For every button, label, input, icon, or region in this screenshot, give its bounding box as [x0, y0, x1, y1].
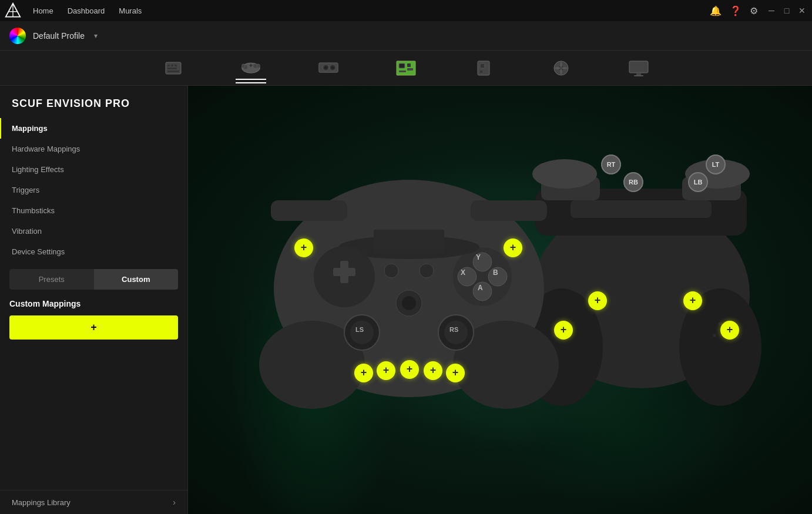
- profile-bar: Default Profile ▾: [0, 21, 812, 51]
- svg-rect-25: [399, 70, 406, 72]
- svg-rect-7: [167, 68, 177, 69]
- minimize-button[interactable]: ─: [766, 5, 777, 16]
- plus-button-back-bot-left[interactable]: +: [554, 321, 573, 340]
- bell-icon[interactable]: 🔔: [710, 5, 722, 16]
- svg-rect-52: [271, 200, 347, 221]
- svg-rect-14: [242, 63, 245, 68]
- svg-rect-57: [340, 261, 348, 283]
- main-layout: SCUF ENVISION PRO Mappings Hardware Mapp…: [0, 86, 812, 514]
- b-button-label: B: [493, 268, 498, 277]
- device-tabs-bar: [0, 51, 812, 86]
- sidebar-item-lighting-effects[interactable]: Lighting Effects: [0, 159, 187, 180]
- device-tab-motherboard[interactable]: [391, 58, 421, 79]
- plus-button-bottom-2[interactable]: +: [377, 361, 395, 380]
- profile-chevron-icon[interactable]: ▾: [94, 32, 98, 40]
- nav-home[interactable]: Home: [33, 6, 53, 15]
- svg-rect-42: [571, 200, 712, 218]
- svg-point-20: [331, 66, 334, 69]
- controller-wrap: RB LB RT LT + + + +: [236, 130, 764, 471]
- sidebar-header: SCUF ENVISION PRO: [0, 86, 187, 118]
- presets-tab[interactable]: Presets: [9, 269, 94, 290]
- device-tab-case[interactable]: [468, 58, 499, 79]
- svg-rect-6: [175, 65, 177, 66]
- svg-rect-4: [167, 65, 170, 66]
- device-tab-gpu[interactable]: [313, 58, 344, 79]
- svg-rect-28: [480, 70, 482, 73]
- svg-rect-8: [167, 70, 179, 72]
- lb-label: LB: [688, 172, 708, 192]
- nav-murals[interactable]: Murals: [119, 6, 142, 15]
- controller-front-view: Y X B A LS RS + + + + + + +: [253, 153, 565, 412]
- mapping-tabs: Presets Custom: [9, 269, 178, 290]
- settings-icon[interactable]: ⚙: [750, 5, 758, 16]
- controller-area: RB LB RT LT + + + +: [188, 86, 812, 514]
- sidebar-item-triggers[interactable]: Triggers: [0, 180, 187, 200]
- custom-panel: Custom Mappings +: [0, 290, 187, 490]
- window-controls: ─ □ ✕: [766, 5, 807, 16]
- device-tab-fan[interactable]: [546, 58, 576, 79]
- help-icon[interactable]: ❓: [730, 5, 741, 16]
- maximize-button[interactable]: □: [781, 5, 792, 16]
- sidebar-item-vibration[interactable]: Vibration: [0, 221, 187, 241]
- plus-button-top-right[interactable]: +: [504, 238, 522, 257]
- motherboard-icon: [395, 60, 417, 76]
- device-tab-gamepad[interactable]: [236, 56, 266, 80]
- plus-button-bottom-4[interactable]: +: [424, 361, 442, 380]
- svg-point-64: [384, 264, 398, 278]
- profile-color-icon: [9, 28, 26, 44]
- rs-stick-label: RS: [449, 326, 458, 333]
- sidebar-item-mappings[interactable]: Mappings: [0, 118, 187, 139]
- svg-rect-13: [250, 63, 251, 66]
- title-bar: Home Dashboard Murals 🔔 ❓ ⚙ ─ □ ✕: [0, 0, 812, 21]
- close-button[interactable]: ✕: [797, 5, 807, 16]
- profile-name: Default Profile: [33, 31, 85, 41]
- plus-button-back-bot-right[interactable]: +: [720, 321, 739, 340]
- lt-label: LT: [706, 154, 726, 174]
- sidebar-item-hardware-mappings[interactable]: Hardware Mappings: [0, 139, 187, 159]
- svg-rect-24: [407, 68, 413, 70]
- sidebar-nav: Mappings Hardware Mappings Lighting Effe…: [0, 118, 187, 269]
- mappings-library-footer[interactable]: Mappings Library ›: [0, 490, 187, 514]
- svg-rect-31: [629, 61, 648, 73]
- plus-button-bottom-3[interactable]: +: [400, 360, 419, 379]
- gpu-icon: [318, 60, 339, 76]
- rt-label: RT: [601, 154, 621, 174]
- sidebar-item-thumbsticks[interactable]: Thumbsticks: [0, 200, 187, 221]
- sidebar-item-device-settings[interactable]: Device Settings: [0, 241, 187, 262]
- svg-rect-22: [399, 63, 405, 68]
- a-button-label: A: [478, 284, 483, 292]
- device-tab-keyboard[interactable]: [158, 58, 189, 79]
- custom-panel-title: Custom Mappings: [9, 299, 178, 308]
- svg-point-59: [402, 296, 416, 310]
- svg-rect-53: [471, 200, 547, 221]
- svg-point-65: [420, 264, 434, 278]
- plus-button-back-mid-right[interactable]: +: [683, 291, 702, 310]
- title-bar-right: 🔔 ❓ ⚙ ─ □ ✕: [710, 5, 807, 16]
- svg-rect-33: [634, 75, 643, 76]
- custom-tab[interactable]: Custom: [94, 269, 179, 290]
- svg-rect-27: [480, 63, 485, 68]
- svg-point-48: [713, 334, 716, 337]
- x-button-label: X: [461, 268, 465, 277]
- y-button-label: Y: [476, 253, 481, 261]
- corsair-logo: [5, 2, 21, 19]
- nav-bar: Home Dashboard Murals: [33, 6, 142, 15]
- gamepad-icon: [240, 59, 261, 75]
- plus-button-back-mid-left[interactable]: +: [588, 291, 607, 310]
- mappings-library-label: Mappings Library: [12, 498, 71, 507]
- svg-rect-15: [257, 63, 260, 68]
- rb-label: RB: [623, 172, 643, 192]
- plus-button-bottom-1[interactable]: +: [354, 364, 373, 382]
- plus-button-bottom-5[interactable]: +: [446, 364, 465, 382]
- svg-rect-23: [407, 63, 411, 67]
- mappings-library-arrow-icon: ›: [173, 498, 176, 507]
- main-content: RB LB RT LT + + + +: [188, 86, 812, 514]
- nav-dashboard[interactable]: Dashboard: [68, 6, 105, 15]
- display-icon: [628, 60, 649, 76]
- plus-button-top-left[interactable]: +: [294, 238, 313, 257]
- svg-point-19: [324, 66, 327, 69]
- device-title: SCUF ENVISION PRO: [12, 98, 176, 110]
- device-tab-display[interactable]: [623, 58, 654, 79]
- add-mapping-button[interactable]: +: [9, 315, 178, 340]
- fan-icon: [551, 60, 572, 76]
